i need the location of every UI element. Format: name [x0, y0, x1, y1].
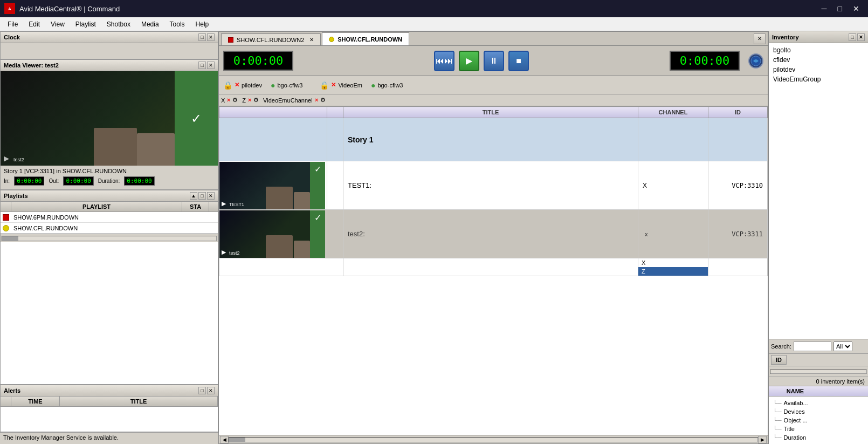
menu-playlist[interactable]: Playlist [70, 19, 101, 29]
playlist-row-2[interactable]: SHOW.CFL.RUNDOWN [1, 223, 218, 234]
menu-bar: File Edit View Playlist Shotbox Media To… [0, 17, 868, 31]
col-header-flag [327, 107, 343, 118]
channel-tabs: X ✕ ⚙ Z ✕ ⚙ VideoEmuChannel ✕ ⚙ [219, 94, 768, 106]
playlists-restore-btn2[interactable]: □ [198, 192, 206, 200]
channel-tab-z[interactable]: Z ✕ ⚙ [242, 97, 259, 104]
tree-item-available[interactable]: └─ Availab... [773, 399, 864, 407]
transport-stop[interactable]: ■ [508, 51, 529, 71]
channel-x-gear[interactable]: ⚙ [232, 97, 238, 104]
story-info: Story 1 [VCP:3311] in SHOW.CFL.RUNDOWN [4, 168, 215, 174]
tree-item-title[interactable]: └─ Title [773, 425, 864, 433]
inventory-item-pilotdev[interactable]: pilotdev [771, 65, 866, 74]
media-viewer-close-btn[interactable]: ✕ [207, 62, 215, 69]
playlists-close-btn[interactable]: ✕ [207, 192, 215, 200]
channel-videoemu-gear[interactable]: ⚙ [320, 97, 326, 104]
channel-tab-x[interactable]: X ✕ ⚙ [221, 97, 238, 104]
table-header-row: TITLE CHANNEL ID [219, 107, 768, 118]
media-viewer-restore-btn[interactable]: □ [198, 62, 206, 69]
inventory-item-videoemu[interactable]: VideoEmuGroup [771, 74, 866, 84]
tree-item-object[interactable]: └─ Object ... [773, 416, 864, 425]
inventory-scrollbar[interactable] [770, 370, 867, 374]
item1-title-cell: TEST1: [343, 161, 638, 210]
playlist-icon-2 [1, 225, 11, 231]
play-icon: ▶ [4, 154, 9, 162]
alerts-panel: Alerts □ ✕ TIME TITLE The Inventory Mana… [0, 385, 218, 444]
menu-edit[interactable]: Edit [23, 19, 45, 29]
playlist-col-icon [1, 202, 11, 211]
name-header-label: NAME [772, 388, 818, 394]
inventory-restore-btn[interactable]: □ [849, 33, 856, 41]
inventory-item-bgolto[interactable]: bgolto [771, 45, 866, 55]
window-controls[interactable]: ─ □ ✕ [817, 3, 864, 14]
device-check-2: ● [371, 81, 375, 90]
item2-thumbnail: ▶ test2 ✓ [219, 210, 325, 258]
playlists-hscroll [1, 234, 218, 242]
clock-close-btn[interactable]: ✕ [207, 33, 215, 41]
table-row-item-1[interactable]: ▶ TEST1 ✓ TEST1: X VCP:3310 [219, 161, 768, 210]
story-thumb-cell [219, 118, 327, 161]
menu-tools[interactable]: Tools [164, 19, 190, 29]
tab-rundown2[interactable]: SHOW.CFL.RUNDOWN2 ✕ [221, 33, 321, 45]
channel-option-x[interactable]: X [638, 258, 708, 267]
inventory-header-buttons[interactable]: □ ✕ [849, 33, 865, 41]
transport-prev-next[interactable]: ⏮⏭ [434, 51, 454, 71]
tree-line-1: └─ [773, 400, 782, 406]
channel-videoemu-close[interactable]: ✕ [314, 97, 319, 103]
rundown-close-button[interactable]: ✕ [754, 33, 766, 44]
inventory-header: Inventory □ ✕ [769, 31, 868, 43]
channel-tab-videoemu[interactable]: VideoEmuChannel ✕ ⚙ [263, 97, 326, 104]
inventory-close-btn[interactable]: ✕ [857, 33, 865, 41]
lock-icon-2: 🔒 [320, 81, 329, 90]
playlists-scrollbar[interactable] [2, 236, 217, 241]
minimize-button[interactable]: ─ [817, 3, 831, 14]
alert-col-title: TITLE [60, 397, 218, 406]
clock-restore-btn[interactable]: □ [198, 33, 206, 41]
hscroll-left-btn[interactable]: ◀ [220, 436, 229, 443]
tree-item-duration[interactable]: └─ Duration [773, 433, 864, 442]
center-panel: SHOW.CFL.RUNDOWN2 ✕ SHOW.CFL.RUNDOWN ✕ 0… [218, 31, 768, 444]
left-panel: Clock □ ✕ Media Viewer: test2 □ ✕ [0, 31, 218, 444]
close-button[interactable]: ✕ [849, 3, 864, 14]
rundown-hscrollbar[interactable] [229, 437, 758, 442]
search-filter-select[interactable]: All [833, 341, 852, 351]
search-label: Search: [771, 343, 791, 350]
channel-z-close[interactable]: ✕ [247, 97, 252, 103]
media-viewer-title: Media Viewer: test2 [4, 62, 59, 69]
menu-file[interactable]: File [2, 19, 23, 29]
channel-option-z[interactable]: Z [638, 267, 708, 276]
alerts-close-btn[interactable]: ✕ [207, 387, 215, 394]
inventory-item-cfldev[interactable]: cfldev [771, 55, 866, 65]
menu-shotbox[interactable]: Shotbox [101, 19, 136, 29]
hscroll-right-btn[interactable]: ▶ [758, 436, 767, 443]
channel-z-gear[interactable]: ⚙ [253, 97, 259, 104]
tab-rundown[interactable]: SHOW.CFL.RUNDOWN [322, 32, 409, 45]
menu-help[interactable]: Help [190, 19, 215, 29]
item2-check: ✓ [310, 210, 325, 258]
table-row-item-2[interactable]: ▶ test2 ✓ test2: x [219, 210, 768, 258]
item1-flag-cell [327, 161, 343, 210]
maximize-button[interactable]: □ [833, 3, 846, 14]
transport-play[interactable]: ▶ [459, 51, 479, 71]
tab-close-1[interactable]: ✕ [309, 37, 314, 43]
search-input[interactable] [794, 341, 831, 351]
item1-video: ▶ TEST1 [219, 162, 310, 209]
alerts-content: TIME TITLE [0, 397, 218, 432]
transport-pause[interactable]: ⏸ [484, 51, 504, 71]
tree-label-available: Availab... [784, 400, 808, 406]
id-label-box[interactable]: ID [771, 355, 787, 365]
story-channel-cell [638, 118, 708, 161]
playlists-restore-btn[interactable]: ▲ [190, 192, 197, 200]
tree-item-devices[interactable]: └─ Devices [773, 407, 864, 416]
channel-x-close[interactable]: ✕ [226, 97, 231, 103]
in-value: 0:00:00 [14, 176, 44, 186]
tree-label-devices: Devices [784, 408, 805, 415]
playlist-row-1[interactable]: SHOW.6PM.RUNDOWN [1, 212, 218, 223]
menu-view[interactable]: View [45, 19, 70, 29]
alerts-restore-btn[interactable]: □ [198, 387, 206, 394]
alert-col-icon [1, 397, 11, 406]
media-timecode: Story 1 [VCP:3311] in SHOW.CFL.RUNDOWN I… [1, 166, 218, 190]
playlist-name-1: SHOW.6PM.RUNDOWN [11, 214, 207, 221]
tc-row: In: 0:00:00 Out: 0:00:00 Duration: 0:00:… [4, 176, 215, 186]
channel-x-label: X [221, 97, 225, 104]
menu-media[interactable]: Media [136, 19, 164, 29]
